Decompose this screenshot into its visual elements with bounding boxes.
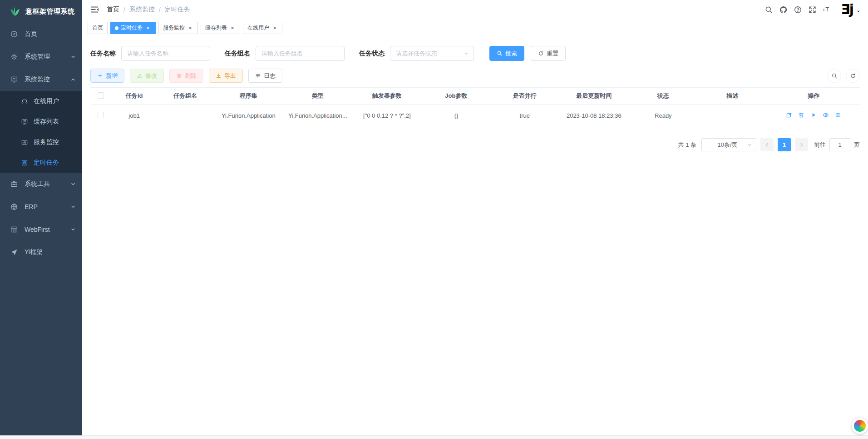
globe-icon <box>10 203 18 211</box>
tab-service-monitor[interactable]: 服务监控 <box>158 22 198 34</box>
goto-page: 前往 页 <box>814 138 860 151</box>
add-button[interactable]: 新增 <box>90 69 124 83</box>
cell-type: Yi.Furion.Application... <box>283 105 352 127</box>
chevron-down-icon <box>70 54 76 60</box>
delete-row-icon[interactable] <box>798 112 804 118</box>
color-wheel-icon <box>854 420 866 432</box>
col-description: 描述 <box>697 88 767 105</box>
delete-button[interactable]: 删除 <box>169 69 203 83</box>
next-page-button[interactable] <box>795 138 808 151</box>
user-avatar[interactable]: Ǝj <box>841 3 861 16</box>
server-icon <box>21 139 28 146</box>
sidebar-item-label: 在线用户 <box>34 97 76 105</box>
task-status-select[interactable]: 请选择任务状态 <box>390 46 474 61</box>
edit-button[interactable]: 修改 <box>130 69 164 83</box>
sidebar-item-label: 定时任务 <box>34 159 76 167</box>
search-button-label: 搜索 <box>505 50 517 58</box>
sidebar-item-system-management[interactable]: 系统管理 <box>0 45 82 68</box>
breadcrumb-current: 定时任务 <box>165 5 190 14</box>
horizontal-scrollbar[interactable] <box>0 435 868 439</box>
sidebar-item-scheduled-tasks[interactable]: 定时任务 <box>0 152 82 173</box>
log-list-icon <box>255 73 261 79</box>
row-log-icon[interactable] <box>835 112 841 118</box>
sidebar-item-label: 缓存列表 <box>34 118 76 126</box>
gear-icon <box>10 53 18 61</box>
edit-row-icon[interactable] <box>786 112 792 118</box>
sidebar-item-erp[interactable]: ERP <box>0 195 82 218</box>
log-button-label: 日志 <box>264 72 276 80</box>
task-group-input[interactable] <box>256 46 345 61</box>
tab-home[interactable]: 首页 <box>88 22 108 34</box>
select-all-checkbox[interactable] <box>98 92 104 99</box>
tab-cache-list[interactable]: 缓存列表 <box>201 22 240 34</box>
refresh-icon <box>850 73 856 79</box>
close-icon[interactable] <box>229 25 236 31</box>
close-icon[interactable] <box>271 25 278 31</box>
view-row-icon[interactable] <box>823 112 829 118</box>
col-concurrent: 是否并行 <box>490 88 559 105</box>
plus-icon <box>97 73 103 79</box>
toolbox-icon <box>10 180 18 188</box>
col-task-group: 任务组名 <box>157 88 213 105</box>
task-name-input[interactable] <box>121 46 210 61</box>
export-button[interactable]: 导出 <box>209 69 243 83</box>
search-icon[interactable] <box>764 5 773 14</box>
close-icon[interactable] <box>187 25 193 31</box>
extension-badge[interactable] <box>852 418 868 434</box>
tab-scheduled-tasks[interactable]: 定时任务 <box>110 22 156 34</box>
sidebar-item-yi-framework[interactable]: Yi框架 <box>0 241 82 264</box>
help-icon[interactable] <box>794 5 802 14</box>
app-root: 意框架管理系统 首页 系统管理 系统监控 <box>0 0 868 439</box>
row-checkbox[interactable] <box>98 112 104 118</box>
sidebar-item-online-users[interactable]: 在线用户 <box>0 91 82 111</box>
sidebar-item-system-monitor[interactable]: 系统监控 <box>0 68 82 91</box>
export-button-label: 导出 <box>224 72 236 80</box>
page-size-value: 10条/页 <box>708 141 747 149</box>
col-assembly: 程序集 <box>213 88 283 105</box>
app-logo[interactable]: 意框架管理系统 <box>0 0 82 23</box>
sidebar-item-cache-list[interactable]: 缓存列表 <box>0 111 82 132</box>
chevron-up-icon <box>70 77 76 82</box>
sidebar-item-home[interactable]: 首页 <box>0 23 82 45</box>
font-size-icon[interactable]: t T <box>823 5 831 14</box>
github-icon[interactable] <box>779 5 788 14</box>
table-row[interactable]: job1 Yi.Furion.Application Yi.Furion.App… <box>90 105 860 127</box>
headset-icon <box>21 98 28 105</box>
cell-updated: 2023-10-08 18:23:36 <box>559 105 629 127</box>
cell-task-id: job1 <box>111 105 158 127</box>
navbar-actions: t T Ǝj <box>764 3 861 16</box>
goto-page-input[interactable] <box>829 138 850 151</box>
breadcrumb: 首页 / 系统监控 / 定时任务 <box>107 5 190 14</box>
fullscreen-icon[interactable] <box>808 5 817 14</box>
sidebar-item-webfirst[interactable]: WebFirst <box>0 218 82 241</box>
tab-label: 缓存列表 <box>205 24 227 32</box>
tab-online-users[interactable]: 在线用户 <box>243 22 282 34</box>
log-button[interactable]: 日志 <box>248 69 282 83</box>
cell-concurrent: true <box>490 105 559 127</box>
breadcrumb-separator: / <box>123 6 125 13</box>
prev-page-button[interactable] <box>760 138 774 151</box>
delete-button-label: 删除 <box>185 72 197 80</box>
sidebar-submenu-monitor: 在线用户 缓存列表 服务监控 <box>0 91 82 173</box>
breadcrumb-home[interactable]: 首页 <box>107 5 119 14</box>
page-number-1[interactable]: 1 <box>778 138 791 151</box>
tasks-table: 任务Id 任务组名 程序集 类型 触发器参数 Job参数 是否并行 最后更新时间… <box>90 87 860 127</box>
sidebar-toggle-icon[interactable] <box>89 5 99 15</box>
run-task-icon[interactable] <box>810 112 817 118</box>
edit-button-label: 修改 <box>145 72 157 80</box>
chevron-down-icon <box>464 51 469 56</box>
sidebar-item-system-tools[interactable]: 系统工具 <box>0 173 82 195</box>
download-icon <box>216 73 222 79</box>
toggle-search-button[interactable] <box>827 69 841 83</box>
refresh-table-button[interactable] <box>846 69 860 83</box>
search-button[interactable]: 搜索 <box>489 46 524 61</box>
page-size-select[interactable]: 10条/页 <box>701 138 756 151</box>
grid-icon <box>10 225 18 234</box>
close-icon[interactable] <box>145 25 151 31</box>
sidebar-item-label: Yi框架 <box>25 248 76 256</box>
sidebar-menu: 首页 系统管理 系统监控 <box>0 23 82 264</box>
sidebar-item-service-monitor[interactable]: 服务监控 <box>0 132 82 152</box>
task-name-label: 任务名称 <box>90 50 116 58</box>
reset-button[interactable]: 重置 <box>531 46 566 61</box>
col-updated: 最后更新时间 <box>559 88 629 105</box>
